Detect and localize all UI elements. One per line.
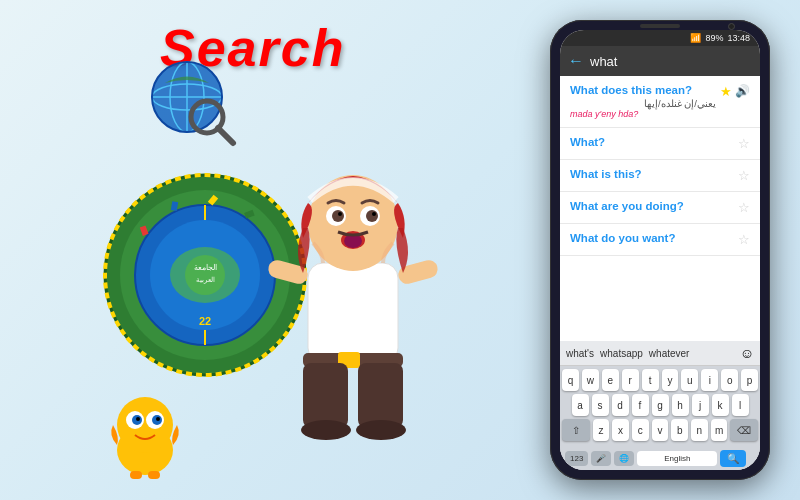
- key-y[interactable]: y: [662, 369, 679, 391]
- search-bar: ← ✕: [560, 46, 760, 76]
- result-title-2: What?: [570, 136, 734, 148]
- suggestion-whats[interactable]: what's: [566, 348, 594, 359]
- result-title-5: What do you want?: [570, 232, 734, 244]
- backspace-key[interactable]: ⌫: [730, 419, 758, 441]
- phone-outer-shell: 📶 89% 13:48 ← ✕ What does this mean? يعن…: [550, 20, 770, 480]
- results-list: What does this mean? يعني/إن غنلده/إيها …: [560, 76, 760, 341]
- result-title-1: What does this mean?: [570, 84, 716, 96]
- key-u[interactable]: u: [681, 369, 698, 391]
- svg-point-40: [372, 212, 376, 216]
- key-w[interactable]: w: [582, 369, 599, 391]
- phone-speaker: [640, 24, 680, 28]
- result-item-3[interactable]: What is this? ☆: [560, 160, 760, 192]
- key-s[interactable]: s: [592, 394, 609, 416]
- result-title-4: What are you doing?: [570, 200, 734, 212]
- result-transliteration-1: mada y'eny hda?: [570, 109, 716, 119]
- key-j[interactable]: j: [692, 394, 709, 416]
- back-button[interactable]: ←: [568, 52, 584, 70]
- svg-point-29: [301, 420, 351, 440]
- svg-rect-24: [308, 263, 398, 363]
- key-f[interactable]: f: [632, 394, 649, 416]
- svg-point-44: [117, 397, 173, 453]
- key-v[interactable]: v: [652, 419, 669, 441]
- key-row-2: a s d f g h j k l: [562, 394, 758, 416]
- mic-button[interactable]: 🎤: [591, 451, 611, 466]
- key-row-1: q w e r t y u i o p: [562, 369, 758, 391]
- svg-point-49: [136, 417, 140, 421]
- emoji-button[interactable]: ☺: [740, 345, 754, 361]
- result-item-1[interactable]: What does this mean? يعني/إن غنلده/إيها …: [560, 76, 760, 128]
- result-item-2[interactable]: What? ☆: [560, 128, 760, 160]
- svg-point-39: [338, 212, 342, 216]
- result-item-5[interactable]: What do you want? ☆: [560, 224, 760, 256]
- star-empty-3[interactable]: ☆: [738, 168, 750, 183]
- svg-line-7: [218, 128, 233, 143]
- key-r[interactable]: r: [622, 369, 639, 391]
- result-text-3: What is this?: [570, 168, 734, 182]
- suggestion-whatever[interactable]: whatever: [649, 348, 690, 359]
- phone-screen: 📶 89% 13:48 ← ✕ What does this mean? يعن…: [560, 30, 760, 470]
- key-d[interactable]: d: [612, 394, 629, 416]
- key-i[interactable]: i: [701, 369, 718, 391]
- svg-text:العربية: العربية: [196, 276, 215, 284]
- key-c[interactable]: c: [632, 419, 649, 441]
- numbers-button[interactable]: 123: [565, 451, 588, 466]
- star-empty-2[interactable]: ☆: [738, 136, 750, 151]
- keyboard-rows: q w e r t y u i o p a s d: [560, 366, 760, 447]
- svg-point-50: [156, 417, 160, 421]
- svg-point-30: [356, 420, 406, 440]
- svg-point-37: [332, 210, 344, 222]
- key-t[interactable]: t: [642, 369, 659, 391]
- key-h[interactable]: h: [672, 394, 689, 416]
- shift-key[interactable]: ⇧: [562, 419, 590, 441]
- key-l[interactable]: l: [732, 394, 749, 416]
- key-m[interactable]: m: [711, 419, 728, 441]
- key-g[interactable]: g: [652, 394, 669, 416]
- bottom-toolbar: 123 🎤 🌐 English 🔍: [560, 447, 760, 470]
- key-k[interactable]: k: [712, 394, 729, 416]
- suggestion-whatsapp[interactable]: whatsapp: [600, 348, 643, 359]
- speaker-button-1[interactable]: 🔊: [735, 84, 750, 98]
- phone-camera: [728, 23, 735, 30]
- cartoon-character: [248, 88, 458, 448]
- svg-text:22: 22: [199, 315, 211, 327]
- globe-keyboard-button[interactable]: 🌐: [614, 451, 634, 466]
- key-n[interactable]: n: [691, 419, 708, 441]
- key-a[interactable]: a: [572, 394, 589, 416]
- phone-mockup: 📶 89% 13:48 ← ✕ What does this mean? يعن…: [550, 20, 770, 480]
- svg-rect-27: [303, 363, 348, 428]
- key-q[interactable]: q: [562, 369, 579, 391]
- svg-point-14: [185, 255, 225, 295]
- keyboard-search-button[interactable]: 🔍: [720, 450, 746, 467]
- star-empty-5[interactable]: ☆: [738, 232, 750, 247]
- clock: 13:48: [727, 33, 750, 43]
- svg-rect-51: [130, 471, 142, 479]
- key-z[interactable]: z: [593, 419, 610, 441]
- language-selector[interactable]: English: [637, 451, 717, 466]
- keyboard-area: what's whatsapp whatever ☺ q w e r t y u: [560, 341, 760, 470]
- key-e[interactable]: e: [602, 369, 619, 391]
- yellow-creature-icon: [108, 395, 183, 480]
- suggestions-bar: what's whatsapp whatever ☺: [560, 341, 760, 366]
- result-title-3: What is this?: [570, 168, 734, 180]
- key-b[interactable]: b: [671, 419, 688, 441]
- svg-rect-28: [358, 363, 403, 428]
- globe-magnifier-icon: [145, 55, 240, 154]
- key-x[interactable]: x: [612, 419, 629, 441]
- battery-level: 89%: [705, 33, 723, 43]
- star-filled-1[interactable]: ★: [720, 84, 732, 99]
- result-item-4[interactable]: What are you doing? ☆: [560, 192, 760, 224]
- search-input[interactable]: [590, 54, 758, 69]
- result-text-4: What are you doing?: [570, 200, 734, 214]
- result-text-1: What does this mean? يعني/إن غنلده/إيها …: [570, 84, 716, 119]
- key-o[interactable]: o: [721, 369, 738, 391]
- result-text-2: What?: [570, 136, 734, 150]
- svg-rect-52: [148, 471, 160, 479]
- key-row-3: ⇧ z x c v b n m ⌫: [562, 419, 758, 441]
- key-p[interactable]: p: [741, 369, 758, 391]
- svg-text:الجامعة: الجامعة: [194, 263, 217, 272]
- status-bar: 📶 89% 13:48: [560, 30, 760, 46]
- star-empty-4[interactable]: ☆: [738, 200, 750, 215]
- svg-point-38: [366, 210, 378, 222]
- signal-icon: 📶: [690, 33, 701, 43]
